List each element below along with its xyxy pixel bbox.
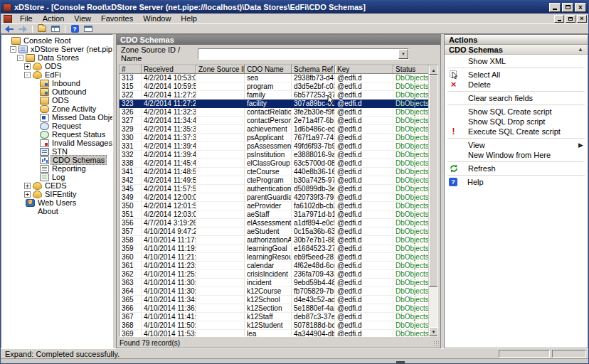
table-row[interactable]: 3654/10/2014 11:34:00 AMk12Schoold4e43c5… (120, 296, 428, 304)
table-row[interactable]: 3264/2/2014 11:32:37 AMcontactRelationsh… (120, 108, 428, 117)
table-row[interactable]: 3644/10/2014 11:30:56 AMk12Coursefb70582… (120, 287, 428, 296)
zone-filter-combo[interactable]: ▼ (198, 48, 409, 60)
action-show-sql-create-script[interactable]: Show SQL Create script (445, 107, 588, 117)
tree-expander[interactable]: - (10, 46, 16, 53)
action-show-sql-drop-script[interactable]: Show SQL Drop script (445, 117, 588, 127)
action-view[interactable]: View▶ (445, 140, 588, 150)
table-row[interactable]: 3684/10/2014 11:50:13 AMk12Student507818… (120, 321, 428, 330)
table-row[interactable]: 3134/2/2014 10:53:03 AMsea2938fb73-d472-… (120, 74, 428, 82)
table-row[interactable]: 3424/2/2014 11:49:56 AMcteProgramb30a742… (120, 176, 428, 185)
column-header-status[interactable]: Status (393, 65, 428, 74)
action-help[interactable]: ?Help (445, 177, 588, 187)
action-show-xml[interactable]: Show XML (445, 56, 588, 66)
table-row[interactable]: 3664/10/2014 11:36:05 AMk12Section5e1880… (120, 304, 428, 313)
table-row[interactable]: 3584/10/2014 11:17:52 AMauthorizationApp… (120, 236, 428, 245)
table-row[interactable]: 3224/2/2014 11:27:28 AMfamily6b577253-37… (120, 91, 428, 100)
table-row[interactable]: 3564/7/2014 3:19:26 PMelAssessmenta1df89… (120, 219, 428, 228)
actions-group-header[interactable]: CDO Schemas ▲ (445, 45, 588, 55)
table-row[interactable]: 3614/10/2014 11:23:54 AMcalendar4f62e48d… (120, 262, 428, 270)
tree-item-zone-activity[interactable]: Zone Activity (1, 105, 112, 113)
table-row[interactable]: 3494/2/2014 12:00:05 PMparentGuardian420… (120, 193, 428, 202)
menu-window[interactable]: Window (138, 14, 176, 23)
table-row[interactable]: 3504/2/2014 12:01:59 PMaeProviderfa6102d… (120, 202, 428, 210)
table-row[interactable]: 3314/2/2014 11:39:43 AMpsAssessment49fd6… (120, 142, 428, 151)
tree-item-reporting[interactable]: Reporting (1, 164, 112, 173)
scroll-up-button[interactable]: ▲ (429, 65, 438, 75)
action-execute-sql-create-script[interactable]: !Execute SQL Create script (445, 127, 588, 136)
column-header-[interactable]: # (120, 65, 142, 74)
tree-item-inbound[interactable]: Inbound (1, 79, 112, 87)
table-row[interactable]: 3574/10/2014 9:47:24 AMaeStudent0c15a36b… (120, 228, 428, 236)
column-header-cdo-name[interactable]: CDO Name (245, 65, 292, 74)
table-row[interactable]: 3154/2/2014 10:59:58 AMprogramd3d5e2bf-c… (120, 82, 428, 91)
action-refresh[interactable]: Refresh (445, 164, 588, 173)
table-row[interactable]: 3414/2/2014 11:48:52 AMcteCourse440e8b36… (120, 168, 428, 176)
table-row[interactable]: 3294/2/2014 11:35:35 AMachievement1d6b48… (120, 125, 428, 134)
menu-help[interactable]: Help (176, 14, 202, 23)
menu-action[interactable]: Action (38, 14, 70, 23)
show-console-tree-button[interactable] (50, 25, 61, 33)
action-select-all[interactable]: Select All (445, 70, 588, 80)
action-delete[interactable]: ×Delete (445, 80, 588, 90)
table-row[interactable]: 3514/2/2014 12:03:03 PMaeStaff31a7971d-b… (120, 210, 428, 219)
tree-item-cdo-schemas[interactable]: CDO Schemas (1, 156, 112, 164)
tree-item-ceds[interactable]: +CEDS (1, 181, 112, 190)
table-row[interactable]: 3384/2/2014 11:45:47 AMelClassGroup63c57… (120, 159, 428, 168)
mdi-restore-button[interactable] (566, 15, 575, 23)
zone-filter-input[interactable] (198, 49, 398, 59)
table-row[interactable]: 3304/2/2014 11:37:39 AMpsApplicant767f1a… (120, 134, 428, 142)
table-row[interactable]: 3624/10/2014 11:25:57 AMcrisisIncident23… (120, 270, 428, 279)
menu-favorites[interactable]: Favorites (96, 14, 138, 23)
tree-item-edfi[interactable]: -EdFi (1, 70, 112, 79)
table-row[interactable]: 3594/10/2014 11:19:45 AMlearningGoale168… (120, 245, 428, 253)
scrollbar-thumb[interactable] (429, 75, 438, 287)
mdi-close-button[interactable]: × (577, 15, 587, 23)
table-row[interactable]: 3694/10/2014 11:53:17 AMlea4a344904-dba6… (120, 330, 428, 336)
tree-item-console-root[interactable]: Console Root (1, 36, 112, 45)
table-row[interactable]: 3324/2/2014 11:39:43 AMpsInstitutione388… (120, 151, 428, 159)
tree-item-about[interactable]: About (1, 207, 112, 215)
tree-item-data-stores[interactable]: -Data Stores (1, 53, 112, 62)
tree-item-ods[interactable]: ODS (1, 96, 112, 105)
column-header-zone-source-id[interactable]: Zone Source ID (196, 65, 245, 74)
tree-item-sifentity[interactable]: +SIFEntity (1, 190, 112, 198)
tree-item-request[interactable]: Request (1, 122, 112, 130)
table-row[interactable]: 3634/10/2014 11:30:02 AMincident9ebd59b4… (120, 279, 428, 287)
tree-item-request-status[interactable]: Request Status (1, 130, 112, 139)
table-row[interactable]: 3274/2/2014 11:34:40 AMcontactPerson2e71… (120, 117, 428, 125)
tree-item-xdstore-server-net-pipe-localhost[interactable]: -xDStore Server (net.pipe://localhost) (1, 45, 112, 53)
menu-view[interactable]: View (69, 14, 96, 23)
action-new-window-from-here[interactable]: New Window from Here (445, 150, 588, 160)
scroll-down-button[interactable]: ▼ (429, 327, 438, 336)
table-row[interactable]: 3454/2/2014 11:57:55 AMauthenticationIde… (120, 185, 428, 193)
tree-item-ods[interactable]: +ODS (1, 62, 112, 70)
table-vertical-scrollbar[interactable]: ▲ ▼ (428, 65, 437, 336)
export-list-button[interactable] (36, 25, 48, 33)
table-row[interactable]: 3604/10/2014 11:21:49 AMlearningResource… (120, 253, 428, 262)
tree-item-missed-data-objects[interactable]: Missed Data Objects (1, 113, 112, 122)
column-header-key[interactable]: Key (335, 65, 393, 74)
table-row[interactable]: 3234/2/2014 11:27:29 AMfacility307a89bc-… (120, 100, 428, 108)
column-header-received[interactable]: Received (142, 65, 196, 74)
tree-expander[interactable]: + (24, 191, 31, 198)
tree-expander[interactable]: + (24, 63, 31, 70)
collapse-group-icon[interactable]: ▲ (578, 46, 583, 53)
menu-file[interactable]: File (15, 14, 38, 23)
tree-expander[interactable]: - (17, 55, 23, 61)
close-button[interactable]: × (575, 3, 586, 12)
tree-item-web-users[interactable]: Web Users (1, 198, 112, 207)
combo-dropdown-button[interactable]: ▼ (398, 49, 408, 59)
resize-grip[interactable] (433, 341, 439, 346)
tree-expander[interactable]: - (24, 72, 31, 78)
tree-expander[interactable]: + (24, 183, 31, 189)
table-row[interactable]: 3674/10/2014 11:41:09 AMk12Staffdeb87c3-… (120, 313, 428, 321)
tree-item-outbound[interactable]: Outbound (1, 87, 112, 96)
mdi-minimize-button[interactable] (554, 15, 564, 23)
tree-item-log[interactable]: Log (1, 173, 112, 181)
minimize-button[interactable] (549, 3, 561, 12)
new-window-button[interactable] (83, 25, 94, 33)
back-button[interactable] (4, 25, 15, 33)
action-clear-search-fields[interactable]: Clear search fields (445, 93, 588, 103)
help-button[interactable]: ? (69, 25, 80, 33)
forward-button[interactable] (17, 25, 28, 33)
